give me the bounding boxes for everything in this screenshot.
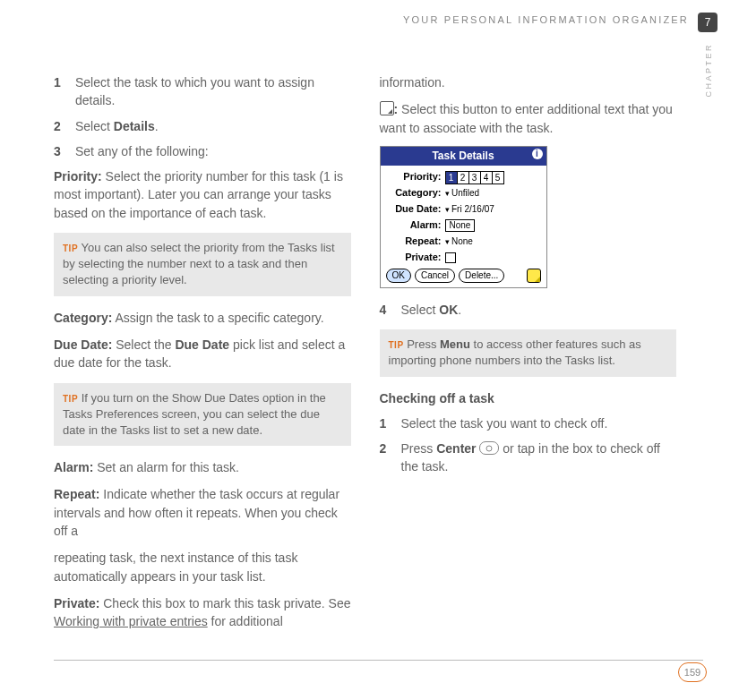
bold-text: Center <box>436 441 476 456</box>
step-4: 4 Select OK. <box>380 301 677 319</box>
priority-option[interactable]: 2 <box>458 172 469 184</box>
info-icon[interactable]: i <box>532 149 543 159</box>
field-text: Assign the task to a specific category. <box>112 311 323 325</box>
step-1: 1 Select the task to which you want to a… <box>54 73 351 110</box>
category-dropdown[interactable]: Unfiled <box>445 187 480 201</box>
priority-option[interactable]: 5 <box>493 172 503 184</box>
duedate-dropdown[interactable]: Fri 2/16/07 <box>445 203 494 217</box>
tip-text: Press <box>404 337 440 351</box>
category-row: Category: Unfiled <box>386 186 541 201</box>
footer-rule <box>54 660 703 661</box>
step-number: 1 <box>380 414 387 432</box>
private-checkbox[interactable] <box>445 252 456 263</box>
field-label: Category: <box>54 311 112 325</box>
step-text: . <box>458 303 461 317</box>
note-button[interactable] <box>527 269 541 283</box>
duedate-label: Due Date: <box>386 202 442 217</box>
running-header: YOUR PERSONAL INFORMATION ORGANIZER <box>403 14 689 25</box>
tip-box-3: TIP Press Menu to access other features … <box>380 329 677 376</box>
duedate-row: Due Date: Fri 2/16/07 <box>386 202 541 217</box>
note-paragraph: : Select this button to enter additional… <box>380 100 677 137</box>
dialog-title-bar: Task Details i <box>381 147 546 166</box>
chapter-number-tab: 7 <box>698 13 718 32</box>
page-number: 159 <box>678 662 707 682</box>
link-text: Working with private entries <box>54 614 208 628</box>
category-paragraph: Category: Assign the task to a specific … <box>54 309 351 327</box>
field-label: Due Date: <box>54 337 112 352</box>
priority-row: Priority: 1 2 3 4 5 <box>386 170 541 184</box>
dialog-title: Task Details <box>432 149 494 162</box>
step-text: Select the task you want to check off. <box>401 416 608 431</box>
tip-text: You can also select the priority from th… <box>63 241 335 286</box>
field-text: Check this box to mark this task private… <box>99 596 350 610</box>
body-columns: 1 Select the task to which you want to a… <box>54 73 676 637</box>
tip-box-1: TIP You can also select the priority fro… <box>54 233 351 296</box>
field-text: Select the <box>112 337 175 352</box>
field-text: Set an alarm for this task. <box>93 460 239 474</box>
bold-text: OK <box>439 303 458 317</box>
repeat-row: Repeat: None <box>386 235 541 249</box>
step-number: 2 <box>380 440 387 457</box>
delete-button[interactable]: Delete... <box>459 269 504 283</box>
step-number: 4 <box>380 301 387 319</box>
step-number: 1 <box>54 73 61 91</box>
step-text: Select <box>401 303 440 317</box>
checkoff-step-2: 2 Press Center or tap in the box to chec… <box>380 440 677 476</box>
section-heading: Checking off a task <box>380 389 677 407</box>
repeat-label: Repeat: <box>386 235 442 249</box>
priority-paragraph: Priority: Select the priority number for… <box>54 167 351 222</box>
alarm-value[interactable]: None <box>445 219 476 232</box>
private-row: Private: <box>386 251 541 265</box>
step-text: Select <box>75 119 114 133</box>
step-text: Select the task to which you want to ass… <box>75 75 314 107</box>
dialog-body: Priority: 1 2 3 4 5 Category: Unfiled Du… <box>381 166 546 287</box>
repeat-continuation: repeating task, the next instance of thi… <box>54 549 351 585</box>
checkoff-step-1: 1 Select the task you want to check off. <box>380 414 677 432</box>
step-2: 2 Select Details. <box>54 117 351 135</box>
alarm-paragraph: Alarm: Set an alarm for this task. <box>54 458 351 476</box>
step-text: Press <box>401 441 437 456</box>
priority-option[interactable]: 1 <box>446 172 458 184</box>
step-text: . <box>155 119 159 133</box>
repeat-paragraph: Repeat: Indicate whether the task occurs… <box>54 485 351 540</box>
tip-label: TIP <box>63 243 78 253</box>
chapter-label-vertical: CHAPTER <box>704 43 713 98</box>
step-3: 3 Set any of the following: <box>54 142 351 160</box>
tip-label: TIP <box>63 394 78 404</box>
dialog-buttons: OK Cancel Delete... <box>386 269 541 283</box>
center-button-icon <box>479 441 499 455</box>
bold-text: Due Date <box>175 337 229 352</box>
step-number: 3 <box>54 142 61 160</box>
field-label: Alarm: <box>54 460 93 474</box>
tip-box-2: TIP If you turn on the Show Due Dates op… <box>54 383 351 447</box>
note-icon <box>380 101 394 115</box>
bold-text: Details <box>114 119 155 133</box>
field-label: Repeat: <box>54 487 99 501</box>
priority-option[interactable]: 4 <box>481 172 493 184</box>
tip-text: If you turn on the Show Due Dates option… <box>63 391 326 437</box>
priority-label: Priority: <box>386 170 442 184</box>
step-4-list: 4 Select OK. <box>380 301 677 319</box>
checkoff-steps: 1 Select the task you want to check off.… <box>380 414 677 476</box>
field-label: Priority: <box>54 169 102 184</box>
bold-text: Menu <box>440 337 470 351</box>
priority-option[interactable]: 3 <box>469 172 481 184</box>
field-text: Select this button to enter additional t… <box>380 102 673 134</box>
cancel-button[interactable]: Cancel <box>415 269 455 283</box>
task-details-dialog: Task Details i Priority: 1 2 3 4 5 Categ… <box>380 146 547 288</box>
steps-list: 1 Select the task to which you want to a… <box>54 73 351 160</box>
alarm-label: Alarm: <box>386 218 442 233</box>
category-label: Category: <box>386 186 442 201</box>
repeat-dropdown[interactable]: None <box>445 235 473 249</box>
priority-selector[interactable]: 1 2 3 4 5 <box>445 171 504 184</box>
step-number: 2 <box>54 117 61 135</box>
tip-label: TIP <box>389 340 404 350</box>
step-text: Set any of the following: <box>75 144 209 158</box>
ok-button[interactable]: OK <box>386 269 411 283</box>
duedate-paragraph: Due Date: Select the Due Date pick list … <box>54 336 351 372</box>
field-label: Private: <box>54 596 99 610</box>
private-label: Private: <box>386 251 442 265</box>
alarm-row: Alarm: None <box>386 218 541 233</box>
